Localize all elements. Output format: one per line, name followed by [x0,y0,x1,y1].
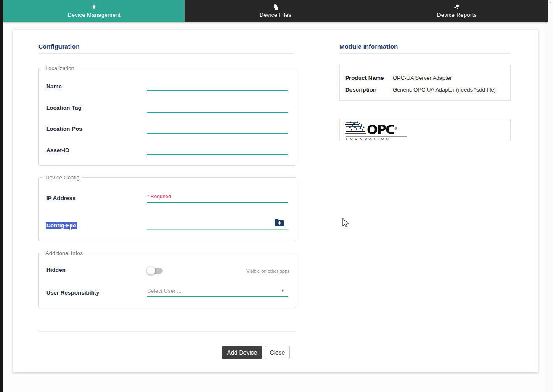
location-tag-input[interactable] [147,112,288,113]
location-pos-label: Location-Pos [46,126,82,132]
module-info-box [339,65,511,101]
folder-plus-icon[interactable] [274,218,284,226]
description-value: Generic OPC UA Adapter (needs *sdd-file) [393,87,496,93]
registered-mark: ® [394,127,397,131]
tab-label: Device Files [259,12,291,18]
configuration-title: Configuration [38,43,79,50]
product-name-label: Product Name [345,75,384,81]
opc-logo-text: OPC® [367,124,397,135]
config-file-label: Config-File [46,222,77,229]
device-management-app: Device Management Device Files Device [0,0,553,392]
files-icon [272,4,279,11]
hidden-label: Hidden [46,267,66,273]
footer-divider [38,331,296,332]
description-label: Description [345,87,376,93]
name-label: Name [46,83,62,89]
user-select-placeholder[interactable]: Select User ... [147,288,182,294]
scrollbar-up-icon[interactable]: ▲ [549,1,552,4]
location-tag-label: Location-Tag [46,105,82,111]
plug-icon [91,4,97,11]
scrollbar[interactable]: ▲ [548,0,553,392]
module-divider [339,53,511,54]
localization-fieldset: Localization [38,65,296,166]
configuration-divider [38,53,293,54]
add-device-button[interactable]: Add Device [222,346,262,359]
tab-device-reports[interactable]: Device Reports [366,0,548,22]
left-edge-strip [0,0,3,392]
asset-id-input[interactable] [147,154,288,155]
hidden-hint: Visible on other apps [246,268,290,274]
opc-logo-dots [345,121,367,135]
additional-infos-legend: Additional Infos [43,250,85,256]
tab-label: Device Management [68,12,121,18]
tab-device-management[interactable]: Device Management [3,0,185,22]
tab-label: Device Reports [437,12,476,18]
opc-foundation-logo: OPC® FOUNDATION [345,121,408,139]
opc-logo-subtext: FOUNDATION [346,136,407,141]
toggle-knob [147,266,155,275]
module-information-title: Module Information [339,43,398,50]
reports-icon [453,4,460,11]
tab-device-files[interactable]: Device Files [185,0,366,22]
user-responsibility-label: User Responsibility [46,289,99,296]
close-button[interactable]: Close [265,346,290,359]
device-config-fieldset: Device Config [38,174,296,241]
asset-id-label: Asset-ID [46,147,69,153]
config-file-input[interactable] [147,229,288,230]
chevron-down-icon[interactable]: ▼ [281,289,285,293]
product-name-value: OPC-UA Server Adapter [393,75,452,81]
name-input[interactable] [147,90,288,91]
user-select-input[interactable] [147,296,288,297]
ip-required-hint: * Required [147,194,171,200]
additional-infos-fieldset: Additional Infos [38,250,296,308]
ip-address-label: IP Address [46,195,76,201]
location-pos-input[interactable] [147,133,288,134]
tab-bar: Device Management Device Files Device [3,0,548,22]
hidden-toggle[interactable] [147,266,164,275]
localization-legend: Localization [43,65,77,71]
ip-address-input[interactable] [147,202,288,203]
device-config-legend: Device Config [43,174,82,181]
